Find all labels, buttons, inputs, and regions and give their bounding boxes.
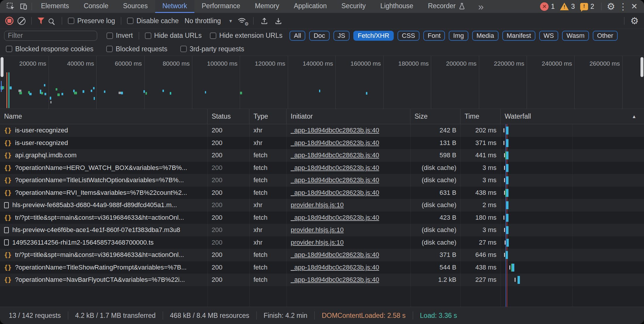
column-header-status[interactable]: Status — [208, 109, 249, 124]
tab-network[interactable]: Network — [155, 0, 194, 13]
error-badge[interactable]: ✕ 1 — [540, 2, 555, 11]
filter-input[interactable] — [4, 31, 97, 41]
waterfall-stalled-tick — [503, 128, 504, 132]
initiator-link[interactable]: _app-18d94dbc0c28623b.js:40 — [291, 189, 379, 197]
filter-toggle-icon[interactable] — [37, 18, 44, 24]
column-header-label: Status — [212, 112, 231, 120]
request-name: tr/?pt=title&spt=main&const=vi3619684633… — [15, 251, 184, 259]
table-row[interactable]: {}?operationName=HERO_WATCH_BOX&variable… — [0, 162, 644, 174]
table-row[interactable]: hls-preview-c4e6f6be-ace1-4e1f-860f-07e1… — [0, 224, 644, 236]
option-blocked-response-cookies[interactable]: Blocked response cookies — [6, 45, 93, 53]
disable-cache-checkbox[interactable]: Disable cache — [127, 17, 179, 25]
chip-all[interactable]: All — [290, 31, 305, 41]
warning-badge[interactable]: ! 3 — [560, 3, 575, 11]
initiator-link[interactable]: _app-18d94dbc0c28623b.js:40 — [291, 127, 379, 134]
cell-name: {}is-user-recognized — [0, 137, 208, 149]
network-settings-gear-icon[interactable]: ⚙ — [630, 16, 639, 25]
table-row[interactable]: 1495236114256-rhi1m2-156458573468700000.… — [0, 236, 644, 249]
overview-right-handle[interactable] — [640, 57, 643, 77]
inspect-element-icon[interactable] — [4, 0, 17, 13]
chip-img[interactable]: Img — [449, 31, 468, 41]
option-3rd-party-requests[interactable]: 3rd-party requests — [180, 45, 244, 53]
initiator-link[interactable]: provider.hlsjs.js:10 — [291, 201, 344, 209]
table-row[interactable]: {}?operationName=TitleListWatchOption&va… — [0, 174, 644, 187]
chip-css[interactable]: CSS — [398, 31, 419, 41]
chip-other[interactable]: Other — [593, 31, 618, 41]
chip-doc[interactable]: Doc — [309, 31, 329, 41]
hide-extension-urls-checkbox[interactable]: Hide extension URLs — [210, 32, 282, 40]
tab-lighthouse[interactable]: Lighthouse — [373, 0, 421, 13]
column-header-size[interactable]: Size — [410, 109, 460, 124]
waterfall-stalled-tick — [504, 191, 505, 195]
initiator-link[interactable]: provider.hlsjs.js:10 — [291, 239, 344, 246]
chip-js[interactable]: JS — [333, 31, 350, 41]
table-row[interactable]: {}is-user-recognized200xhr_app-18d94dbc0… — [0, 137, 644, 149]
invert-checkbox[interactable]: Invert — [107, 32, 133, 40]
tab-application[interactable]: Application — [287, 0, 334, 13]
chip-wasm[interactable]: Wasm — [562, 31, 589, 41]
export-har-icon[interactable] — [273, 13, 283, 29]
chip-fetch-xhr[interactable]: Fetch/XHR — [353, 31, 394, 41]
import-har-icon[interactable] — [259, 13, 269, 29]
table-row[interactable]: {}?operationName=RVI_Items&variables=%7B… — [0, 187, 644, 199]
initiator-link[interactable]: _app-18d94dbc0c28623b.js:40 — [291, 176, 379, 184]
cell-status: 200 — [208, 224, 249, 236]
chip-media[interactable]: Media — [472, 31, 499, 41]
initiator-link[interactable]: _app-18d94dbc0c28623b.js:40 — [291, 164, 379, 172]
tab-performance[interactable]: Performance — [194, 0, 248, 13]
column-header-initiator[interactable]: Initiator — [287, 109, 410, 124]
table-row[interactable]: {}?operationName=TitleShowRatingPrompt&v… — [0, 261, 644, 274]
record-button[interactable] — [5, 17, 13, 25]
table-row[interactable]: {}api.graphql.imdb.com200fetch_app-18d94… — [0, 149, 644, 162]
cell-initiator: _app-18d94dbc0c28623b.js:40 — [287, 261, 410, 274]
column-header-label: Initiator — [291, 112, 313, 120]
timeline-activity-dot — [57, 93, 60, 96]
timeline-activity-dot — [91, 90, 92, 92]
network-conditions-icon[interactable]: ⚙ — [237, 16, 247, 25]
column-header-name[interactable]: Name — [0, 109, 208, 124]
waterfall-stalled-tick — [503, 216, 504, 220]
option-blocked-requests[interactable]: Blocked requests — [106, 45, 167, 53]
kebab-menu-icon[interactable]: ⋮ — [619, 1, 627, 12]
close-icon[interactable]: ✕ — [631, 2, 638, 11]
initiator-link[interactable]: _app-18d94dbc0c28623b.js:40 — [291, 214, 379, 221]
timeline-activity-dot — [121, 92, 123, 94]
throttling-select[interactable]: No throttling ▼ — [185, 17, 233, 25]
footer-separator — [68, 311, 68, 320]
timeline-overview[interactable]: 20000 ms40000 ms60000 ms80000 ms100000 m… — [0, 56, 644, 109]
column-header-waterfall[interactable]: Waterfall▲ — [501, 109, 644, 124]
chip-ws[interactable]: WS — [539, 31, 558, 41]
chip-manifest[interactable]: Manifest — [502, 31, 535, 41]
column-header-time[interactable]: Time — [460, 109, 501, 124]
hide-data-urls-checkbox[interactable]: Hide data URLs — [145, 32, 202, 40]
preserve-log-checkbox[interactable]: Preserve log — [68, 17, 115, 25]
table-row[interactable]: {}tr/?pt=title&spt=main&const=vi36196846… — [0, 212, 644, 224]
initiator-link[interactable]: _app-18d94dbc0c28623b.js:40 — [291, 276, 379, 284]
column-header-type[interactable]: Type — [249, 109, 287, 124]
issues-badge[interactable]: ! 2 — [580, 3, 594, 11]
tab-recorder[interactable]: Recorder — [421, 0, 473, 13]
initiator-link[interactable]: _app-18d94dbc0c28623b.js:40 — [291, 151, 379, 159]
initiator-link[interactable]: _app-18d94dbc0c28623b.js:40 — [291, 139, 379, 147]
cell-status: 200 — [208, 261, 249, 274]
table-row[interactable]: {}tr/?pt=title&spt=main&const=vi36196846… — [0, 249, 644, 261]
cell-size: (disk cache) — [410, 174, 460, 187]
clear-button[interactable] — [18, 17, 25, 25]
overview-left-handle[interactable] — [1, 57, 4, 77]
tab-sources[interactable]: Sources — [116, 0, 155, 13]
table-row[interactable]: hls-preview-fe685ab3-d680-44a9-988f-d89d… — [0, 199, 644, 212]
initiator-link[interactable]: _app-18d94dbc0c28623b.js:40 — [291, 251, 379, 259]
settings-gear-icon[interactable]: ⚙ — [607, 2, 615, 11]
table-row[interactable]: {}is-user-recognized200xhr_app-18d94dbc0… — [0, 124, 644, 137]
initiator-link[interactable]: _app-18d94dbc0c28623b.js:40 — [291, 264, 379, 271]
chip-font[interactable]: Font — [423, 31, 445, 41]
tab-security[interactable]: Security — [334, 0, 373, 13]
tab-elements[interactable]: Elements — [34, 0, 76, 13]
more-tabs-icon[interactable]: » — [473, 1, 489, 12]
search-icon[interactable] — [49, 18, 54, 23]
initiator-link[interactable]: provider.hlsjs.js:10 — [291, 226, 344, 234]
tab-memory[interactable]: Memory — [248, 0, 287, 13]
table-row[interactable]: {}?operationName=NavBarFlyoutCTA&variabl… — [0, 274, 644, 286]
tab-console[interactable]: Console — [76, 0, 116, 13]
device-toolbar-icon[interactable] — [17, 0, 30, 13]
